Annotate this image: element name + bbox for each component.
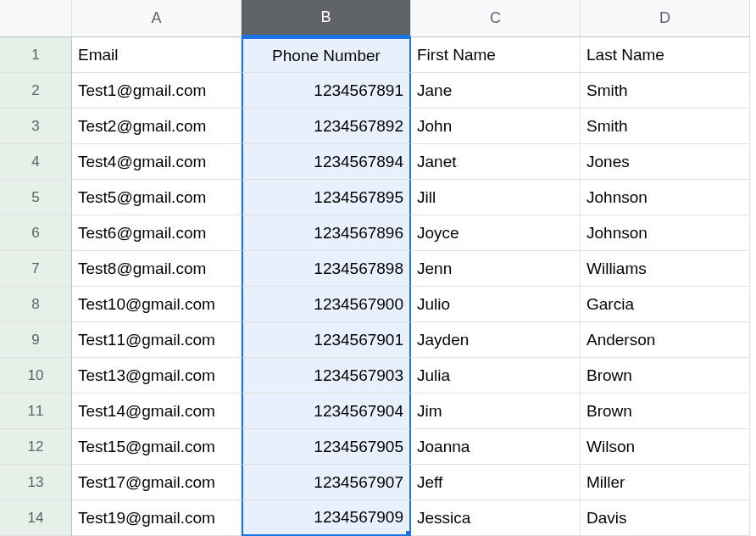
row-header[interactable]: 13 <box>0 465 72 500</box>
column-header-b[interactable]: B <box>242 0 411 37</box>
cell-c7[interactable]: Jenn <box>411 251 581 287</box>
row-header[interactable]: 2 <box>0 73 72 109</box>
cell-a10[interactable]: Test13@gmail.com <box>72 358 242 394</box>
cell-c6[interactable]: Joyce <box>411 215 581 251</box>
cell-b6[interactable]: 1234567896 <box>242 215 411 251</box>
cell-a3[interactable]: Test2@gmail.com <box>72 109 242 144</box>
column-header-a[interactable]: A <box>72 0 242 37</box>
cell-d14[interactable]: Davis <box>581 500 750 536</box>
cell-b10[interactable]: 1234567903 <box>242 358 411 394</box>
cell-d3[interactable]: Smith <box>581 109 750 144</box>
cell-b7[interactable]: 1234567898 <box>242 251 411 287</box>
cell-a8[interactable]: Test10@gmail.com <box>72 287 242 322</box>
cell-d7[interactable]: Williams <box>581 251 750 287</box>
cell-d10[interactable]: Brown <box>581 358 750 394</box>
cell-b8[interactable]: 1234567900 <box>242 287 411 322</box>
cell-a4[interactable]: Test4@gmail.com <box>72 144 242 180</box>
row-header[interactable]: 7 <box>0 251 72 287</box>
cell-b9[interactable]: 1234567901 <box>242 322 411 358</box>
cell-a1[interactable]: Email <box>72 37 242 73</box>
row-header[interactable]: 9 <box>0 322 72 358</box>
row-header[interactable]: 12 <box>0 429 72 465</box>
cell-d6[interactable]: Johnson <box>581 215 750 251</box>
row-header[interactable]: 1 <box>0 37 72 73</box>
cell-d2[interactable]: Smith <box>581 73 750 109</box>
cell-d1[interactable]: Last Name <box>581 37 750 73</box>
cell-a6[interactable]: Test6@gmail.com <box>72 215 242 251</box>
cell-a5[interactable]: Test5@gmail.com <box>72 180 242 215</box>
cell-d11[interactable]: Brown <box>581 394 750 429</box>
cell-d4[interactable]: Jones <box>581 144 750 180</box>
cell-a9[interactable]: Test11@gmail.com <box>72 322 242 358</box>
select-all-corner[interactable] <box>0 0 72 37</box>
row-header[interactable]: 8 <box>0 287 72 322</box>
cell-a13[interactable]: Test17@gmail.com <box>72 465 242 500</box>
cell-b5[interactable]: 1234567895 <box>242 180 411 215</box>
cell-c3[interactable]: John <box>411 109 581 144</box>
cell-c1[interactable]: First Name <box>411 37 581 73</box>
cell-b12[interactable]: 1234567905 <box>242 429 411 465</box>
cell-b3[interactable]: 1234567892 <box>242 109 411 144</box>
row-header[interactable]: 14 <box>0 500 72 536</box>
column-header-d[interactable]: D <box>581 0 750 37</box>
spreadsheet-grid[interactable]: A B C D 1 Email Phone Number First Name … <box>0 0 756 536</box>
cell-c11[interactable]: Jim <box>411 394 581 429</box>
cell-c4[interactable]: Janet <box>411 144 581 180</box>
cell-d9[interactable]: Anderson <box>581 322 750 358</box>
cell-a2[interactable]: Test1@gmail.com <box>72 73 242 109</box>
row-header[interactable]: 4 <box>0 144 72 180</box>
cell-d12[interactable]: Wilson <box>581 429 750 465</box>
row-header[interactable]: 3 <box>0 109 72 144</box>
cell-c10[interactable]: Julia <box>411 358 581 394</box>
cell-a12[interactable]: Test15@gmail.com <box>72 429 242 465</box>
cell-a11[interactable]: Test14@gmail.com <box>72 394 242 429</box>
cell-c2[interactable]: Jane <box>411 73 581 109</box>
cell-d5[interactable]: Johnson <box>581 180 750 215</box>
cell-d8[interactable]: Garcia <box>581 287 750 322</box>
cell-c9[interactable]: Jayden <box>411 322 581 358</box>
cell-c14[interactable]: Jessica <box>411 500 581 536</box>
cell-b4[interactable]: 1234567894 <box>242 144 411 180</box>
column-header-c[interactable]: C <box>411 0 581 37</box>
row-header[interactable]: 10 <box>0 358 72 394</box>
cell-b13[interactable]: 1234567907 <box>242 465 411 500</box>
cell-d13[interactable]: Miller <box>581 465 750 500</box>
cell-a7[interactable]: Test8@gmail.com <box>72 251 242 287</box>
cell-b2[interactable]: 1234567891 <box>242 73 411 109</box>
cell-b11[interactable]: 1234567904 <box>242 394 411 429</box>
row-header[interactable]: 11 <box>0 394 72 429</box>
cell-b14[interactable]: 1234567909 <box>242 500 411 536</box>
row-header[interactable]: 6 <box>0 215 72 251</box>
cell-b1[interactable]: Phone Number <box>242 37 411 73</box>
row-header[interactable]: 5 <box>0 180 72 215</box>
cell-c12[interactable]: Joanna <box>411 429 581 465</box>
cell-c13[interactable]: Jeff <box>411 465 581 500</box>
cell-c5[interactable]: Jill <box>411 180 581 215</box>
cell-c8[interactable]: Julio <box>411 287 581 322</box>
cell-a14[interactable]: Test19@gmail.com <box>72 500 242 536</box>
